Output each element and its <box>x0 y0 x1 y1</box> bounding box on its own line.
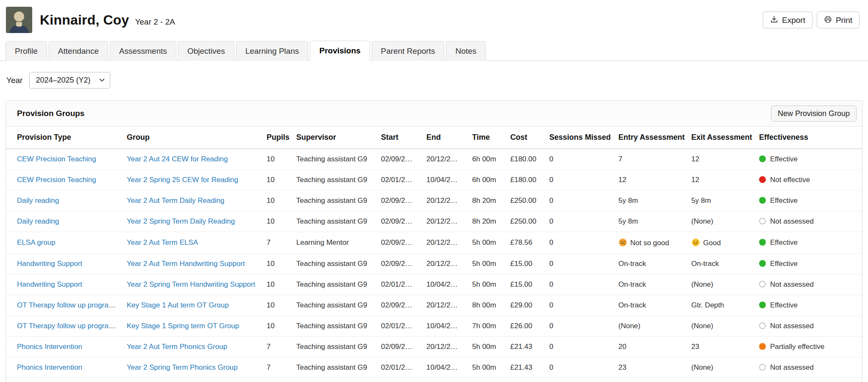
effectiveness-cell: Effective <box>754 232 862 254</box>
entry-assessment-cell-text: 23 <box>618 363 626 371</box>
group-cell: Year 2 Spring 25 CEW for Reading <box>121 170 261 191</box>
totals-cell-effectiveness <box>754 378 862 382</box>
entry-assessment-cell-text: Not so good <box>630 239 669 247</box>
provision-type-cell: OT Therapy follow up programme <box>6 295 121 316</box>
group-link[interactable]: Year 2 Aut Term Phonics Group <box>127 343 227 351</box>
table-row: Phonics InterventionYear 2 Spring Term P… <box>6 357 862 378</box>
new-provision-group-button[interactable]: New Provision Group <box>771 105 857 122</box>
cost-cell: £78.56 <box>505 232 544 254</box>
filter-row: Year 2024–2025 (Y2) <box>0 61 868 100</box>
tab-learning-plans[interactable]: Learning Plans <box>236 41 309 61</box>
total-cost: £1066.42 <box>505 378 544 382</box>
group-cell: Year 2 Spring Term Phonics Group <box>121 357 261 378</box>
supervisor-cell: Teaching assistant G9 <box>291 191 376 211</box>
provision-type-link[interactable]: CEW Precision Teaching <box>17 155 96 163</box>
exit-assessment-cell: (None) <box>686 274 754 295</box>
effectiveness-dot-not-assessed <box>759 364 766 371</box>
effectiveness-label: Partially effective <box>770 343 824 351</box>
sessions-missed-cell: 0 <box>544 191 613 211</box>
entry-assessment-cell-text: 5y 8m <box>618 197 638 205</box>
provision-type-cell: Handwriting Support <box>6 274 121 295</box>
column-header-group: Group <box>121 127 261 149</box>
year-select[interactable]: 2024–2025 (Y2) <box>29 72 110 89</box>
entry-assessment-cell: On-track <box>613 254 686 274</box>
table-row: Handwriting SupportYear 2 Spring Term Ha… <box>6 274 862 295</box>
provision-type-link[interactable]: Daily reading <box>17 217 59 225</box>
exit-assessment-cell-text: Good <box>703 239 721 247</box>
group-cell: Year 2 Aut Term Phonics Group <box>121 337 261 357</box>
pupils-cell: 10 <box>261 149 291 170</box>
pupils-cell: 10 <box>261 295 291 316</box>
effectiveness-cell: Effective <box>754 295 862 316</box>
provision-type-link[interactable]: Daily reading <box>17 197 59 205</box>
tab-attendance[interactable]: Attendance <box>49 41 108 61</box>
pupils-cell: 10 <box>261 274 291 295</box>
provision-type-link[interactable]: ELSA group <box>17 238 56 246</box>
group-cell: Year 2 Aut Term Handwriting Support <box>121 254 261 274</box>
start-cell: 02/09/2024 <box>376 149 421 170</box>
supervisor-cell: Teaching assistant G9 <box>291 357 376 378</box>
exit-assessment-cell-text: (None) <box>691 363 713 371</box>
time-cell: 7h 00m <box>467 316 505 337</box>
provision-type-link[interactable]: Handwriting Support <box>17 260 82 268</box>
effectiveness-cell: Not assessed <box>754 316 862 337</box>
effectiveness-label: Not assessed <box>770 217 814 225</box>
provision-type-link[interactable]: CEW Precision Teaching <box>17 176 96 184</box>
supervisor-cell: Learning Mentor <box>291 232 376 254</box>
pupils-cell: 10 <box>261 191 291 211</box>
table-header-row: Provision TypeGroupPupilsSupervisorStart… <box>6 127 862 149</box>
group-cell: Year 2 Aut 24 CEW for Reading <box>121 149 261 170</box>
group-link[interactable]: Key Stage 1 Spring term OT Group <box>127 322 239 330</box>
table-totals-row: 68h 40m£1066.42 <box>6 378 862 382</box>
group-link[interactable]: Year 2 Spring Term Handwriting Support <box>127 280 255 288</box>
end-cell: 20/12/2024 <box>421 337 467 357</box>
exit-assessment-cell: Gtr. Depth <box>686 295 754 316</box>
total-time: 68h 40m <box>467 378 505 382</box>
tab-assessments[interactable]: Assessments <box>110 41 176 61</box>
group-link[interactable]: Key Stage 1 Aut term OT Group <box>127 301 229 309</box>
tab-profile[interactable]: Profile <box>6 41 47 61</box>
column-header-exit-assessment: Exit Assessment <box>686 127 754 149</box>
time-cell: 5h 00m <box>467 254 505 274</box>
effectiveness-dot-effective <box>759 239 766 246</box>
tab-objectives[interactable]: Objectives <box>178 41 234 61</box>
table-row: OT Therapy follow up programmeKey Stage … <box>6 295 862 316</box>
entry-assessment-cell-text: (None) <box>618 322 640 330</box>
effectiveness-dot-effective <box>759 197 766 204</box>
export-button[interactable]: Export <box>763 11 812 28</box>
tab-provisions[interactable]: Provisions <box>310 41 370 61</box>
group-link[interactable]: Year 2 Aut Term Daily Reading <box>127 197 225 205</box>
exit-assessment-cell-text: 23 <box>691 343 699 351</box>
group-link[interactable]: Year 2 Spring Term Phonics Group <box>127 363 238 371</box>
group-link[interactable]: Year 2 Aut Term Handwriting Support <box>127 260 245 268</box>
provision-type-link[interactable]: Phonics Intervention <box>17 343 82 351</box>
effectiveness-cell: Not assessed <box>754 274 862 295</box>
column-header-pupils: Pupils <box>261 127 291 149</box>
group-link[interactable]: Year 2 Aut 24 CEW for Reading <box>127 155 228 163</box>
tab-parent-reports[interactable]: Parent Reports <box>372 41 445 61</box>
sessions-missed-cell: 0 <box>544 170 613 191</box>
entry-assessment-cell: 5y 8m <box>613 211 686 232</box>
effectiveness-dot-partially-effective <box>759 343 766 350</box>
print-button[interactable]: Print <box>817 11 860 28</box>
totals-cell-exit-assessment <box>686 378 754 382</box>
entry-assessment-cell: 20 <box>613 337 686 357</box>
pupils-cell: 10 <box>261 316 291 337</box>
provision-type-link[interactable]: Handwriting Support <box>17 280 82 288</box>
group-link[interactable]: Year 2 Spring Term Daily Reading <box>127 217 235 225</box>
export-icon <box>770 15 778 25</box>
tab-notes[interactable]: Notes <box>446 41 486 61</box>
cost-cell: £250.00 <box>505 191 544 211</box>
effectiveness-label: Not effective <box>770 176 810 184</box>
provision-type-link[interactable]: OT Therapy follow up programme <box>17 322 121 330</box>
cost-cell: £180.00 <box>505 149 544 170</box>
pupils-cell: 10 <box>261 211 291 232</box>
group-link[interactable]: Year 2 Aut Term ELSA <box>127 238 198 246</box>
group-link[interactable]: Year 2 Spring 25 CEW for Reading <box>127 176 238 184</box>
provision-type-link[interactable]: OT Therapy follow up programme <box>17 301 121 309</box>
effectiveness-label: Effective <box>770 238 798 246</box>
provision-type-link[interactable]: Phonics Intervention <box>17 363 82 371</box>
column-header-sessions-missed: Sessions Missed <box>544 127 613 149</box>
effectiveness-dot-effective <box>759 302 766 308</box>
table-row: Phonics InterventionYear 2 Aut Term Phon… <box>6 337 862 357</box>
